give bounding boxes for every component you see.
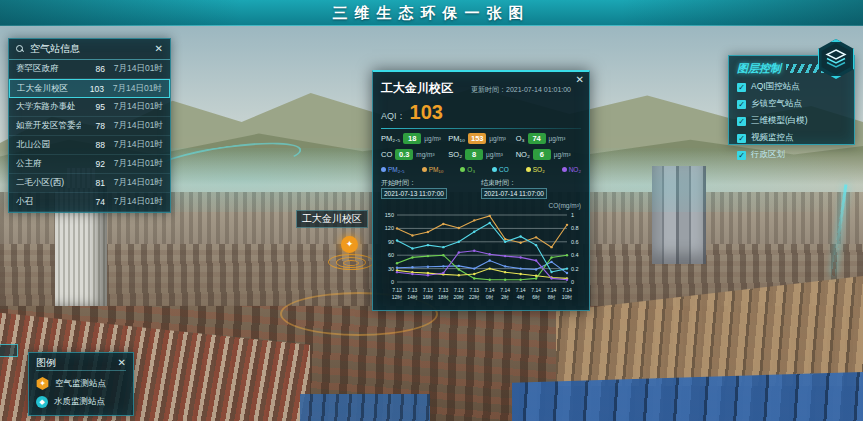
update-time-value: 2021-07-14 01:01:00	[506, 86, 571, 93]
svg-text:1: 1	[571, 212, 574, 218]
pollutant-cell: PM₁₀ 153 µg/m³	[448, 133, 513, 144]
station-marker-icon[interactable]: ✦	[341, 236, 358, 253]
chart-legend: PM₂.₅PM₁₀O₃COSO₂NO₂	[381, 166, 581, 173]
svg-text:6时: 6时	[532, 294, 540, 300]
chart-legend-item[interactable]: CO	[492, 166, 509, 173]
layer-item[interactable]: ✓ AQI国控站点	[737, 81, 846, 93]
svg-text:7.13: 7.13	[454, 287, 464, 293]
pollutant-grid: PM₂.₅ 18 µg/m³ PM₁₀ 153 µg/m³ O₃ 74 µg/m…	[381, 133, 581, 160]
frame-decoration	[0, 344, 18, 357]
svg-text:7.14: 7.14	[516, 287, 526, 293]
layer-item[interactable]: ✓ 三维模型(白模)	[737, 115, 846, 127]
checkbox-checked[interactable]: ✓	[737, 100, 746, 109]
layer-item[interactable]: ✓ 乡镇空气站点	[737, 98, 846, 110]
station-name: 二毛小区(西)	[16, 177, 81, 189]
legend-dot-icon	[422, 167, 427, 172]
pollutant-unit: µg/m³	[554, 151, 571, 158]
pollutant-trend-chart: 030609012015000.20.40.60.817.1312时7.1314…	[381, 210, 583, 310]
station-row[interactable]: 二毛小区(西) 81 7月14日01时	[9, 174, 170, 193]
svg-text:4时: 4时	[517, 294, 525, 300]
close-icon[interactable]: ✕	[576, 75, 584, 85]
station-time: 7月14日01时	[105, 139, 163, 151]
svg-text:0时: 0时	[486, 294, 494, 300]
svg-text:60: 60	[388, 252, 394, 258]
checkbox-checked[interactable]: ✓	[737, 83, 746, 92]
svg-text:20时: 20时	[454, 294, 465, 300]
pollutant-label: O₃	[516, 134, 525, 143]
close-icon[interactable]: ✕	[155, 44, 163, 54]
legend-item: ◆ 水质监测站点	[36, 396, 126, 408]
chart-legend-item[interactable]: SO₂	[526, 166, 545, 173]
aqi-label: AQI：	[381, 110, 406, 123]
svg-text:7.13: 7.13	[423, 287, 433, 293]
station-row[interactable]: 北山公园 88 7月14日01时	[9, 136, 170, 155]
layer-item[interactable]: ✓ 视频监控点	[737, 132, 846, 144]
checkbox-checked[interactable]: ✓	[737, 134, 746, 143]
search-icon[interactable]	[16, 45, 24, 53]
svg-text:7.13: 7.13	[469, 287, 479, 293]
popup-title: 工大金川校区	[381, 80, 453, 97]
station-value: 78	[81, 121, 105, 131]
pollutant-cell: SO₂ 8 µg/m³	[448, 149, 513, 160]
station-time: 7月14日01时	[105, 120, 163, 132]
end-time-label: 结束时间：	[481, 179, 516, 186]
svg-text:7.14: 7.14	[531, 287, 541, 293]
layer-item[interactable]: ✓ 行政区划	[737, 149, 846, 161]
checkbox-checked[interactable]: ✓	[737, 151, 746, 160]
station-row[interactable]: 公主府 92 7月14日01时	[9, 155, 170, 174]
divider	[381, 128, 581, 129]
pollutant-unit: µg/m³	[424, 135, 441, 142]
end-time-input[interactable]: 2021-07-14 11:07:00	[481, 188, 547, 199]
svg-text:10时: 10时	[562, 294, 573, 300]
page-title: 三维生态环保一张图	[0, 0, 863, 26]
layer-item-label: 行政区划	[751, 149, 785, 161]
pollutant-label: NO₂	[516, 150, 530, 159]
svg-text:150: 150	[385, 212, 394, 218]
map-viewport[interactable]: 三维生态环保一张图 空气站信息 ✕ 赛罕区政府 86 7月14日01时 工大金川…	[0, 0, 863, 421]
station-row[interactable]: 如意开发区管委会 78 7月14日01时	[9, 117, 170, 136]
layers-icon	[820, 43, 852, 75]
station-row-selected[interactable]: 工大金川校区 103 7月14日01时	[9, 79, 170, 98]
pollutant-badge: 18	[403, 133, 421, 144]
update-time: 更新时间：2021-07-14 01:01:00	[471, 85, 581, 95]
svg-text:14时: 14时	[407, 294, 418, 300]
station-row[interactable]: 赛罕区政府 86 7月14日01时	[9, 60, 170, 79]
station-panel-header: 空气站信息 ✕	[9, 39, 170, 60]
checkbox-checked[interactable]: ✓	[737, 117, 746, 126]
pollutant-label: PM₂.₅	[381, 134, 400, 143]
station-name: 北山公园	[16, 139, 81, 151]
station-name: 小召	[16, 196, 81, 208]
pollutant-unit: µg/m³	[489, 135, 506, 142]
svg-text:22时: 22时	[469, 294, 480, 300]
svg-text:2时: 2时	[501, 294, 509, 300]
pollutant-cell: PM₂.₅ 18 µg/m³	[381, 133, 446, 144]
svg-text:30: 30	[388, 266, 394, 272]
svg-text:7.13: 7.13	[438, 287, 448, 293]
legend-dot-icon	[526, 167, 531, 172]
chart-legend-item[interactable]: PM₁₀	[422, 166, 444, 173]
pollutant-cell: O₃ 74 µg/m³	[516, 133, 581, 144]
chart-legend-item[interactable]: O₃	[460, 166, 475, 173]
close-icon[interactable]: ✕	[118, 358, 126, 368]
chart-unit-label: CO(mg/m³)	[381, 202, 581, 209]
pollutant-unit: µg/m³	[549, 135, 566, 142]
legend-dot-icon	[381, 167, 386, 172]
layer-item-label: AQI国控站点	[751, 81, 800, 93]
pollutant-cell: NO₂ 6 µg/m³	[516, 149, 581, 160]
start-time-input[interactable]: 2021-07-13 11:07:00	[381, 188, 447, 199]
svg-text:0.6: 0.6	[571, 239, 579, 245]
air-station-icon: ✦	[36, 377, 49, 390]
legend-series-label: SO₂	[533, 166, 545, 173]
update-time-label: 更新时间：	[471, 86, 506, 93]
station-panel-title: 空气站信息	[30, 42, 80, 56]
layer-item-label: 三维模型(白模)	[751, 115, 808, 127]
station-detail-popup: 工大金川校区 更新时间：2021-07-14 01:01:00 ✕ AQI： 1…	[372, 70, 590, 311]
station-time: 7月14日01时	[104, 83, 162, 95]
legend-dot-icon	[562, 167, 567, 172]
station-row[interactable]: 大学东路办事处 95 7月14日01时	[9, 98, 170, 117]
chart-legend-item[interactable]: PM₂.₅	[381, 166, 405, 173]
svg-text:7.13: 7.13	[392, 287, 402, 293]
station-row[interactable]: 小召 74 7月14日01时	[9, 193, 170, 212]
chart-legend-item[interactable]: NO₂	[562, 166, 581, 173]
layer-panel-title: 图层控制	[737, 61, 781, 76]
